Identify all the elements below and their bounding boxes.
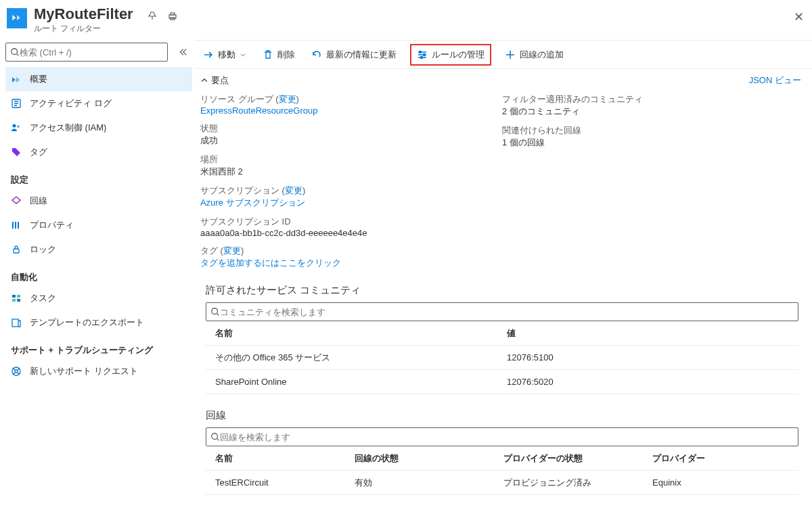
- svg-rect-11: [17, 299, 20, 302]
- page-title: MyRouteFilter: [34, 5, 133, 23]
- move-button[interactable]: 移動: [200, 41, 249, 68]
- nav-group-automation: 自動化: [5, 262, 192, 286]
- essentials-value: 2 個のコミュニティ: [502, 105, 804, 118]
- col-value: 値: [507, 327, 798, 339]
- communities-search-input[interactable]: [220, 307, 794, 317]
- resource-type: ルート フィルター: [34, 23, 133, 34]
- svg-point-18: [212, 308, 218, 314]
- svg-point-6: [17, 125, 20, 128]
- col-name: 名前: [206, 452, 355, 465]
- change-link[interactable]: 変更: [285, 185, 302, 195]
- support-icon: [11, 366, 22, 377]
- essentials-label: 状態: [200, 122, 502, 135]
- circuits-table: 名前 回線の状態 プロバイダーの状態 プロバイダー TestERCircuit有…: [206, 446, 798, 495]
- move-icon: [203, 49, 214, 60]
- table-row[interactable]: TestERCircuit有効プロビジョニング済みEquinix: [206, 471, 798, 495]
- svg-rect-7: [14, 249, 19, 253]
- svg-rect-10: [12, 299, 16, 302]
- essentials-value: aaaa0a0a-bb1b-cc2c-dd3d-eeeeee4e4e4e: [200, 228, 502, 238]
- essentials-label: 場所: [200, 154, 502, 166]
- chevron-up-icon: [200, 76, 208, 85]
- circuits-search-input[interactable]: [220, 432, 794, 442]
- nav-tags[interactable]: タグ: [5, 140, 192, 164]
- col-provider: プロバイダー: [652, 452, 798, 465]
- circuits-search[interactable]: [206, 427, 798, 446]
- add-circuit-button[interactable]: 回線の追加: [502, 41, 566, 68]
- svg-point-14: [15, 370, 18, 373]
- essentials-label: リソース グループ (変更): [200, 93, 502, 105]
- resource-header: MyRouteFilter ルート フィルター ✕: [0, 0, 812, 40]
- essentials-value[interactable]: タグを追加するにはここをクリック: [200, 257, 502, 269]
- communities-table: 名前 値 その他の Office 365 サービス12076:5100Share…: [206, 321, 798, 394]
- nav-iam[interactable]: アクセス制御 (IAM): [5, 116, 192, 140]
- nav-properties[interactable]: プロパティ: [5, 213, 192, 237]
- essentials-value: 米国西部 2: [200, 166, 502, 178]
- essentials-label: サブスクリプション (変更): [200, 185, 502, 197]
- nav-export-template[interactable]: テンプレートのエクスポート: [5, 310, 192, 335]
- sidebar-search[interactable]: [5, 43, 168, 62]
- command-bar: 移動 削除 最新の情報に更新 ルールの管理 回線の追加: [195, 41, 812, 69]
- properties-icon: [11, 220, 22, 231]
- manage-rule-button[interactable]: ルールの管理: [410, 44, 491, 66]
- svg-rect-1: [171, 13, 175, 15]
- circuits-title: 回線: [200, 409, 804, 422]
- print-icon[interactable]: [167, 11, 178, 22]
- col-name: 名前: [206, 327, 507, 339]
- svg-point-15: [420, 51, 422, 53]
- essentials-label: サブスクリプション ID: [200, 216, 502, 228]
- overview-icon: [11, 74, 22, 85]
- nav-circuits[interactable]: 回線: [5, 189, 192, 213]
- activity-log-icon: [11, 98, 22, 109]
- tags-icon: [11, 147, 22, 158]
- essentials-value: 成功: [200, 135, 502, 147]
- change-link[interactable]: 変更: [279, 94, 296, 104]
- refresh-button[interactable]: 最新の情報に更新: [309, 41, 399, 68]
- delete-button[interactable]: 削除: [260, 41, 298, 68]
- plus-icon: [505, 49, 516, 60]
- nav-locks[interactable]: ロック: [5, 237, 192, 262]
- svg-point-19: [212, 433, 218, 440]
- collapse-nav-icon[interactable]: [173, 43, 192, 62]
- close-icon[interactable]: ✕: [794, 9, 804, 24]
- communities-title: 許可されたサービス コミュニティ: [200, 284, 804, 297]
- tasks-icon: [11, 293, 22, 304]
- sidebar: 概要 アクティビティ ログ アクセス制御 (IAM) タグ 設定 回線 プロパテ…: [0, 40, 195, 495]
- nav-overview[interactable]: 概要: [5, 67, 192, 91]
- refresh-icon: [311, 49, 322, 60]
- main-content: 移動 削除 最新の情報に更新 ルールの管理 回線の追加: [195, 40, 812, 495]
- table-row[interactable]: その他の Office 365 サービス12076:5100: [206, 346, 798, 370]
- manage-rule-icon: [417, 49, 428, 60]
- table-row[interactable]: SharePoint Online12076:5020: [206, 370, 798, 394]
- svg-point-5: [13, 124, 16, 128]
- route-filter-icon: [7, 8, 27, 28]
- json-view-link[interactable]: JSON ビュー: [749, 74, 804, 87]
- lock-icon: [11, 244, 22, 255]
- communities-search[interactable]: [206, 302, 798, 321]
- nav-tasks[interactable]: タスク: [5, 286, 192, 310]
- essentials-label: 関連付けられた回線: [502, 124, 804, 137]
- delete-icon: [263, 49, 273, 60]
- svg-rect-12: [12, 319, 18, 327]
- svg-point-17: [421, 56, 423, 58]
- col-pstate: プロバイダーの状態: [503, 452, 652, 465]
- pin-icon[interactable]: [147, 11, 158, 22]
- essentials-value[interactable]: ExpressRouteResourceGroup: [200, 105, 502, 116]
- nav-group-settings: 設定: [5, 164, 192, 189]
- iam-icon: [11, 122, 22, 133]
- sidebar-search-input[interactable]: [20, 47, 163, 57]
- chevron-down-icon: [240, 51, 246, 58]
- essentials-value[interactable]: Azure サブスクリプション: [200, 197, 502, 209]
- essentials-value: 1 個の回線: [502, 137, 804, 149]
- circuits-icon: [11, 195, 22, 206]
- svg-point-16: [424, 53, 426, 55]
- essentials-toggle[interactable]: 要点: [200, 74, 229, 87]
- change-link[interactable]: 変更: [223, 245, 241, 256]
- nav-group-support: サポート + トラブルシューティング: [5, 335, 192, 359]
- essentials-label: フィルター適用済みのコミュニティ: [502, 93, 804, 105]
- essentials-grid: リソース グループ (変更)ExpressRouteResourceGroup状…: [200, 93, 804, 269]
- svg-point-3: [12, 49, 18, 55]
- essentials-label: タグ (変更): [200, 245, 502, 257]
- nav-new-support-request[interactable]: 新しいサポート リクエスト: [5, 359, 192, 383]
- export-template-icon: [11, 317, 22, 328]
- nav-activity-log[interactable]: アクティビティ ログ: [5, 91, 192, 116]
